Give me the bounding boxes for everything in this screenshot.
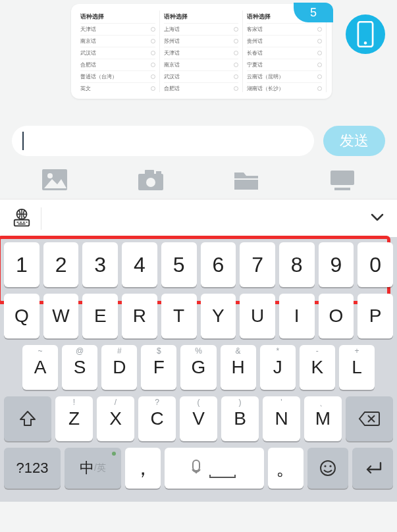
key-t[interactable]: T [161,294,197,338]
key-i[interactable]: I [279,294,315,338]
key-2[interactable]: 2 [43,242,79,287]
bubble-col-1: 语种选择 天津话 南京话 武汉话 合肥话 普通话（台湾） 英文 [76,11,160,92]
space-key[interactable] [165,448,264,489]
key-label: B [234,408,246,429]
key-label: E [94,306,107,327]
send-button[interactable]: 发送 [323,126,385,156]
key-label: J [273,357,282,378]
period-key[interactable]: 。 [268,448,304,489]
message-bubble[interactable]: 语种选择 天津话 南京话 武汉话 合肥话 普通话（台湾） 英文 语种选择 上海话… [71,4,332,99]
globe-keyboard-icon[interactable] [12,207,32,230]
key-k[interactable]: -K [300,345,335,390]
key-o[interactable]: O [319,294,354,338]
key-n[interactable]: 'N [263,396,300,441]
key-superscript: # [101,346,137,356]
key-label: X [109,408,122,429]
collapse-keyboard-icon[interactable] [369,209,385,228]
key-s[interactable]: @S [62,345,97,390]
key-w[interactable]: W [43,294,79,338]
key-superscript: ? [138,398,176,407]
key-label: N [275,408,288,429]
key-r[interactable]: R [122,294,157,338]
list-item: 南京话 [164,59,239,70]
key-j[interactable]: *J [260,345,296,390]
svg-rect-8 [234,180,258,190]
chat-area: 语种选择 天津话 南京话 武汉话 合肥话 普通话（台湾） 英文 语种选择 上海话… [0,0,397,119]
key-label: F [153,357,165,378]
key-label: U [251,306,264,327]
svg-rect-5 [145,170,154,175]
key-label: 7 [251,253,263,277]
key-8[interactable]: 8 [279,242,315,287]
list-item: 天津话 [164,47,239,59]
symbols-key[interactable]: ?123 [4,448,61,489]
key-x[interactable]: /X [97,396,134,441]
gallery-icon[interactable] [41,168,68,192]
comma-key[interactable]: ， [125,448,161,489]
key-v[interactable]: (V [180,396,217,441]
key-label: C [150,408,163,429]
emoji-key[interactable] [307,448,348,489]
svg-point-7 [146,178,155,187]
key-p[interactable]: P [357,294,393,338]
key-g[interactable]: %G [180,345,216,390]
input-row: 发送 [0,121,397,161]
language-key[interactable]: 中/英 [65,448,121,489]
key-f[interactable]: $F [141,345,176,390]
key-c[interactable]: ?C [138,396,176,441]
key-z[interactable]: !Z [55,396,93,441]
list-item: 云南话（昆明） [247,70,322,82]
list-item: 合肥话 [80,59,155,70]
enter-key[interactable] [352,448,393,489]
key-u[interactable]: U [240,294,275,338]
list-item: 合肥话 [164,82,239,92]
keyboard-row-qwerty: QWERTYUIOP [4,294,393,338]
desktop-icon[interactable] [329,168,356,192]
svg-rect-13 [193,460,199,471]
list-item: 湖南话（长沙） [247,82,322,92]
key-b[interactable]: )B [221,396,259,441]
list-item: 贵州话 [247,35,322,47]
folder-icon[interactable] [233,168,259,192]
svg-rect-12 [14,219,30,225]
key-y[interactable]: Y [201,294,236,338]
backspace-key[interactable] [346,396,393,441]
phone-icon [356,21,375,47]
key-1[interactable]: 1 [4,242,40,287]
message-input[interactable] [12,126,314,156]
key-4[interactable]: 4 [122,242,157,287]
svg-point-3 [47,173,53,178]
key-a[interactable]: ~A [22,345,58,390]
key-label: 6 [212,253,224,277]
key-label: W [52,306,69,327]
key-7[interactable]: 7 [240,242,275,287]
avatar[interactable] [346,14,385,54]
key-0[interactable]: 0 [357,242,393,287]
keyboard-row-bottom: ?123 中/英 ， 。 [4,448,393,489]
shift-key[interactable] [4,396,51,441]
key-label: D [113,357,126,378]
key-h[interactable]: &H [221,345,256,390]
shift-icon [18,410,37,428]
key-9[interactable]: 9 [319,242,354,287]
key-superscript: ~ [22,346,58,356]
key-superscript: - [300,346,335,356]
camera-icon[interactable] [138,168,164,192]
bubble-col-2: 语种选择 上海话 苏州话 天津话 南京话 武汉话 合肥话 [160,11,244,92]
key-label: Z [68,408,80,429]
keyboard-row-asdf: ~A@S#D$F%G&H*J-K+L [4,345,393,390]
svg-rect-10 [334,188,350,190]
keyboard-row-zxcv: !Z/X?C(V)B'N、M [4,396,393,441]
svg-point-1 [364,41,367,44]
key-5[interactable]: 5 [161,242,197,287]
key-m[interactable]: 、M [304,396,342,441]
key-l[interactable]: +L [339,345,375,390]
key-e[interactable]: E [82,294,118,338]
keyboard-toolbar [0,199,397,237]
key-6[interactable]: 6 [201,242,236,287]
key-q[interactable]: Q [4,294,40,338]
key-label: 8 [291,253,303,277]
key-label: G [192,357,206,378]
key-d[interactable]: #D [101,345,137,390]
key-3[interactable]: 3 [82,242,118,287]
